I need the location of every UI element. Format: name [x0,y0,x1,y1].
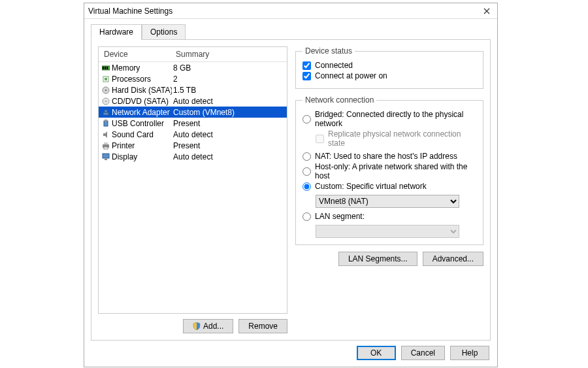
device-buttons: Add... Remove [98,314,287,333]
network-connection-legend: Network connection [302,95,376,105]
lan-segments-button[interactable]: LAN Segments... [338,252,417,266]
svg-rect-17 [103,154,109,158]
lansegment-select [316,225,459,238]
left-pane: Device Summary Memory8 GBProcessors2Hard… [98,46,287,333]
svg-point-7 [105,89,107,91]
remove-button[interactable]: Remove [238,319,287,333]
disk-icon [101,86,110,95]
device-row[interactable]: Hard Disk (SATA)1.5 TB [99,84,287,95]
device-name: Display [112,152,172,161]
svg-rect-5 [105,78,107,80]
device-summary: Auto detect [172,130,287,139]
device-rows: Memory8 GBProcessors2Hard Disk (SATA)1.5… [99,62,287,162]
svg-rect-13 [105,120,107,122]
vm-settings-dialog: Virtual Machine Settings Hardware Option… [84,3,498,367]
custom-vnet-select[interactable]: VMnet8 (NAT) [316,195,459,208]
device-name: Network Adapter [112,108,172,117]
tab-options[interactable]: Options [142,24,186,39]
device-name: CD/DVD (SATA) [112,97,172,106]
network-icon [101,108,110,117]
device-summary: Present [172,119,287,128]
tab-panel: Device Summary Memory8 GBProcessors2Hard… [91,39,491,341]
replicate-label: Replicate physical network connection st… [328,129,476,148]
cpu-icon [101,75,110,84]
device-name: Sound Card [112,130,172,139]
device-row[interactable]: Memory8 GB [99,62,287,73]
device-row[interactable]: CD/DVD (SATA)Auto detect [99,95,287,107]
device-row[interactable]: PrinterPresent [99,140,287,151]
device-summary: 1.5 TB [172,86,287,95]
close-button[interactable] [480,5,493,18]
usb-icon [101,119,110,128]
cd-icon [101,97,110,106]
network-connection-group: Network connection Bridged: Connected di… [295,95,483,245]
device-name: Printer [112,141,172,150]
sound-icon [101,130,110,139]
svg-rect-1 [103,67,104,69]
dialog-footer: OK Cancel Help [84,341,497,367]
device-status-legend: Device status [302,46,355,56]
device-list-header: Device Summary [99,47,287,62]
advanced-button[interactable]: Advanced... [423,252,483,266]
ok-button[interactable]: OK [357,346,396,360]
nat-label[interactable]: NAT: Used to share the host's IP address [315,152,457,161]
display-icon [101,152,110,161]
device-row[interactable]: USB ControllerPresent [99,118,287,129]
hostonly-label[interactable]: Host-only: A private network shared with… [315,162,476,180]
device-summary: Custom (VMnet8) [172,108,287,117]
connected-checkbox[interactable] [302,61,311,70]
right-pane: Device status Connected Connect at power… [295,46,483,333]
svg-rect-15 [104,142,108,144]
svg-point-9 [105,101,106,102]
tab-strip: Hardware Options [84,19,497,39]
svg-rect-16 [104,147,108,149]
remove-label: Remove [248,322,278,331]
connect-poweron-checkbox[interactable] [302,72,311,80]
device-name: Memory [112,63,172,73]
svg-rect-2 [105,67,106,69]
add-button[interactable]: Add... [183,319,233,333]
window-title: Virtual Machine Settings [88,7,480,16]
device-name: Hard Disk (SATA) [112,86,172,95]
add-label: Add... [203,322,223,331]
header-summary: Summary [171,47,287,61]
device-summary: Auto detect [172,152,287,161]
device-summary: 8 GB [172,63,287,73]
device-summary: 2 [172,75,287,84]
memory-icon [101,63,110,73]
svg-rect-12 [104,121,108,126]
svg-rect-10 [103,112,108,115]
lansegment-radio[interactable] [302,212,311,221]
device-row[interactable]: DisplayAuto detect [99,151,287,162]
replicate-checkbox [316,135,324,143]
header-device: Device [99,47,171,61]
bridged-label[interactable]: Bridged: Connected directly to the physi… [315,110,476,128]
svg-rect-18 [105,159,107,160]
cancel-button[interactable]: Cancel [401,346,445,360]
device-row[interactable]: Network AdapterCustom (VMnet8) [99,107,287,118]
device-summary: Auto detect [172,97,287,106]
nat-radio[interactable] [302,152,311,161]
printer-icon [101,141,110,150]
device-name: USB Controller [112,119,172,128]
right-buttons: LAN Segments... Advanced... [295,252,483,266]
custom-label[interactable]: Custom: Specific virtual network [315,182,427,191]
uac-shield-icon [193,322,201,330]
device-row[interactable]: Sound CardAuto detect [99,129,287,140]
custom-radio[interactable] [302,182,311,191]
device-status-group: Device status Connected Connect at power… [295,46,483,89]
device-list: Device Summary Memory8 GBProcessors2Hard… [98,46,287,314]
titlebar: Virtual Machine Settings [84,3,497,19]
hostonly-radio[interactable] [302,167,311,176]
connected-label[interactable]: Connected [315,61,353,70]
device-row[interactable]: Processors2 [99,73,287,84]
device-name: Processors [112,75,172,84]
svg-rect-3 [106,67,108,69]
device-summary: Present [172,141,287,150]
close-icon [483,8,490,14]
connect-poweron-label[interactable]: Connect at power on [315,71,387,80]
bridged-radio[interactable] [302,115,311,124]
lansegment-label[interactable]: LAN segment: [315,212,365,221]
tab-hardware[interactable]: Hardware [91,24,142,40]
help-button[interactable]: Help [450,346,489,360]
